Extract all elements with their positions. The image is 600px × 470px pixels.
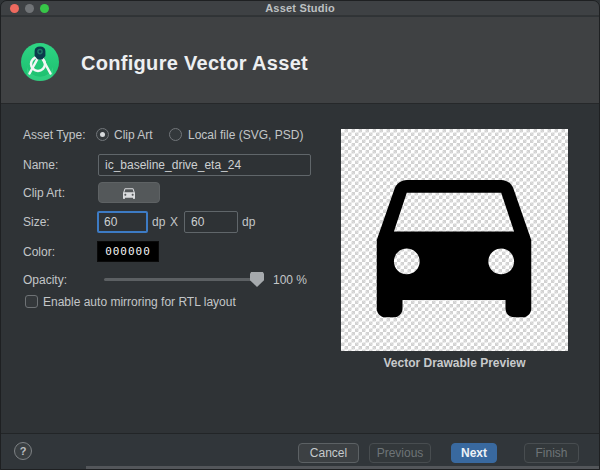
color-swatch[interactable]: 000000: [97, 241, 159, 262]
opacity-slider-thumb[interactable]: [250, 272, 264, 287]
rtl-mirroring-checkbox[interactable]: [25, 295, 38, 308]
clip-art-picker-button[interactable]: [98, 182, 160, 203]
radio-clip-art-label[interactable]: Clip Art: [114, 128, 153, 142]
page-title: Configure Vector Asset: [81, 52, 308, 75]
size-width-input[interactable]: [97, 211, 148, 233]
color-value: 000000: [105, 245, 151, 258]
help-button[interactable]: ?: [14, 442, 32, 460]
cancel-button[interactable]: Cancel: [298, 443, 359, 463]
name-label: Name:: [23, 158, 58, 172]
opacity-label: Opacity:: [23, 273, 67, 287]
radio-local-file-label[interactable]: Local file (SVG, PSD): [188, 128, 303, 142]
radio-selected-dot: [100, 132, 105, 137]
clip-art-label: Clip Art:: [23, 186, 65, 200]
vector-drawable-preview-panel: [341, 129, 568, 351]
android-studio-logo-icon: [21, 43, 59, 81]
color-label: Color:: [23, 245, 55, 259]
radio-clip-art[interactable]: [96, 128, 109, 141]
size-height-input[interactable]: [184, 211, 238, 233]
name-input[interactable]: [98, 154, 311, 176]
finish-button[interactable]: Finish: [524, 443, 579, 463]
car-icon: [351, 137, 557, 343]
window-bottom-edge: [86, 466, 599, 469]
next-button[interactable]: Next: [451, 443, 497, 463]
previous-button[interactable]: Previous: [369, 443, 431, 463]
size-label: Size:: [23, 215, 50, 229]
size-height-unit: dp: [242, 215, 255, 229]
wizard-header: Configure Vector Asset: [1, 17, 599, 104]
preview-caption: Vector Drawable Preview: [341, 356, 568, 370]
opacity-value: 100 %: [273, 273, 307, 287]
asset-type-label: Asset Type:: [23, 128, 85, 142]
window-title: Asset Studio: [1, 2, 599, 14]
size-separator: X: [170, 215, 178, 229]
radio-local-file[interactable]: [169, 128, 182, 141]
opacity-slider-track[interactable]: [104, 278, 263, 281]
rtl-mirroring-label[interactable]: Enable auto mirroring for RTL layout: [43, 295, 236, 309]
asset-studio-dialog: Asset Studio Configure Vector Asset Asse…: [0, 0, 600, 470]
car-icon: [121, 185, 137, 201]
titlebar: Asset Studio: [1, 1, 599, 16]
size-width-unit: dp: [152, 215, 165, 229]
